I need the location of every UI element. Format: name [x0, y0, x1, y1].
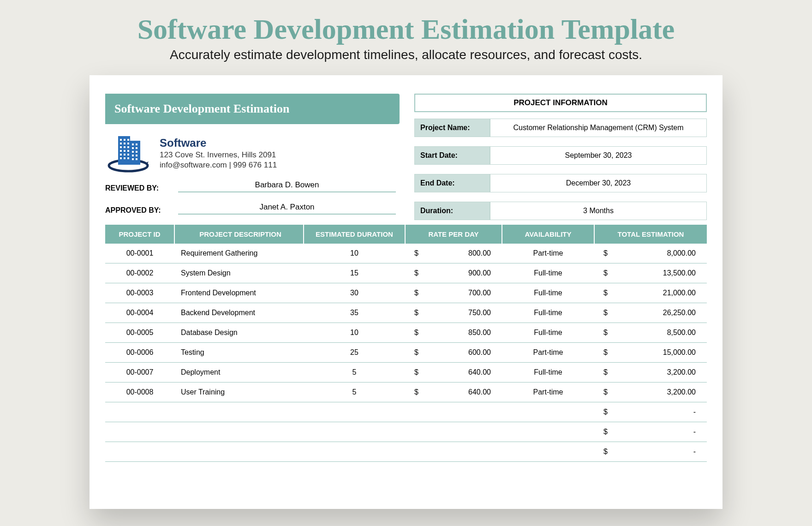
cell-total: $-: [594, 402, 707, 422]
svg-rect-28: [136, 155, 137, 156]
currency-symbol: $: [603, 289, 608, 297]
svg-rect-29: [132, 158, 134, 160]
cell-id: 00-0002: [105, 263, 174, 283]
money-value: -: [693, 448, 696, 456]
cell-id: 00-0004: [105, 303, 174, 323]
table-row: 00-0008User Training5$640.00Part-time$3,…: [105, 383, 707, 402]
svg-rect-11: [127, 146, 129, 148]
approved-by-label: APPROVED BY:: [105, 206, 169, 215]
svg-rect-20: [127, 157, 129, 159]
table-row: 00-0002System Design15$900.00Full-time$1…: [105, 263, 707, 283]
svg-rect-30: [136, 158, 137, 160]
cell-total: $21,000.00: [594, 283, 707, 303]
currency-symbol: $: [414, 249, 418, 257]
svg-rect-14: [127, 150, 129, 152]
svg-rect-13: [124, 150, 125, 152]
table-row: 00-0007Deployment5$640.00Full-time$3,200…: [105, 363, 707, 383]
col-duration: ESTIMATED DURATION: [304, 225, 405, 244]
svg-rect-15: [120, 154, 122, 155]
currency-symbol: $: [603, 269, 608, 277]
cell-dur: 15: [304, 263, 405, 283]
cell-dur: 5: [304, 363, 405, 383]
money-value: 750.00: [468, 309, 491, 317]
svg-rect-8: [127, 143, 129, 144]
money-value: 800.00: [468, 249, 491, 257]
svg-rect-3: [120, 139, 122, 141]
cell-rate: [405, 442, 502, 462]
estimation-table: PROJECT ID PROJECT DESCRIPTION ESTIMATED…: [105, 225, 707, 462]
start-date-value: September 30, 2023: [490, 146, 707, 165]
svg-rect-6: [120, 143, 122, 144]
cell-avail: Full-time: [502, 303, 594, 323]
money-value: 640.00: [468, 368, 491, 377]
table-row: 00-0004Backend Development35$750.00Full-…: [105, 303, 707, 323]
approved-by-value: Janet A. Paxton: [178, 203, 396, 215]
cell-desc: System Design: [174, 263, 304, 283]
cell-rate: $640.00: [405, 383, 502, 402]
svg-rect-7: [124, 143, 125, 144]
currency-symbol: $: [603, 408, 608, 416]
svg-rect-5: [127, 139, 129, 141]
svg-rect-18: [120, 157, 122, 159]
currency-symbol: $: [414, 388, 418, 396]
left-block: Software Development Estimation: [105, 94, 396, 220]
cell-total: $3,200.00: [594, 363, 707, 383]
cell-total: $-: [594, 442, 707, 462]
cell-avail: [502, 442, 594, 462]
currency-symbol: $: [603, 388, 608, 396]
table-row: 00-0006Testing25$600.00Part-time$15,000.…: [105, 343, 707, 363]
company-address: 123 Cove St. Invernes, Hills 2091: [160, 150, 277, 160]
money-value: -: [693, 428, 696, 436]
end-date-label: End Date:: [414, 174, 490, 192]
currency-symbol: $: [603, 368, 608, 377]
start-date-label: Start Date:: [414, 146, 490, 165]
svg-rect-23: [132, 147, 134, 149]
table-row: 00-0005Database Design10$850.00Full-time…: [105, 323, 707, 343]
currency-symbol: $: [414, 289, 418, 297]
svg-rect-16: [124, 154, 125, 155]
cell-id: 00-0007: [105, 363, 174, 383]
svg-rect-27: [132, 155, 134, 156]
project-info-header: PROJECT INFORMATION: [414, 94, 707, 112]
cell-desc: [174, 442, 304, 462]
reviewed-by-label: REVIEWED BY:: [105, 184, 169, 192]
cell-rate: $900.00: [405, 263, 502, 283]
project-name-label: Project Name:: [414, 119, 490, 137]
svg-rect-12: [120, 150, 122, 152]
cell-desc: Requirement Gathering: [174, 244, 304, 263]
cell-total: $15,000.00: [594, 343, 707, 363]
cell-avail: Full-time: [502, 263, 594, 283]
company-contact: info@software.com | 999 676 111: [160, 161, 277, 170]
cell-rate: $600.00: [405, 343, 502, 363]
money-value: 600.00: [468, 348, 491, 357]
table-row: 00-0003Frontend Development30$700.00Full…: [105, 283, 707, 303]
cell-avail: Part-time: [502, 244, 594, 263]
cell-avail: Part-time: [502, 343, 594, 363]
cell-desc: Deployment: [174, 363, 304, 383]
cell-id: 00-0008: [105, 383, 174, 402]
currency-symbol: $: [414, 309, 418, 317]
cell-avail: Full-time: [502, 283, 594, 303]
cell-dur: 35: [304, 303, 405, 323]
svg-rect-9: [120, 146, 122, 148]
money-value: 3,200.00: [667, 368, 696, 377]
cell-avail: Full-time: [502, 363, 594, 383]
cell-avail: [502, 402, 594, 422]
cell-dur: 5: [304, 383, 405, 402]
cell-rate: $800.00: [405, 244, 502, 263]
cell-dur: 25: [304, 343, 405, 363]
col-total: TOTAL ESTIMATION: [594, 225, 707, 244]
cell-id: [105, 442, 174, 462]
svg-rect-4: [124, 139, 125, 141]
col-rate: RATE PER DAY: [405, 225, 502, 244]
duration-label: Duration:: [414, 202, 490, 220]
currency-symbol: $: [414, 348, 418, 357]
money-value: 700.00: [468, 289, 491, 297]
money-value: 3,200.00: [667, 388, 696, 396]
cell-dur: [304, 402, 405, 422]
duration-value: 3 Months: [490, 202, 707, 220]
reviewed-by-value: Barbara D. Bowen: [178, 180, 396, 192]
col-project-id: PROJECT ID: [105, 225, 174, 244]
document-sheet: Software Development Estimation: [90, 75, 722, 509]
money-value: 8,500.00: [667, 329, 696, 337]
